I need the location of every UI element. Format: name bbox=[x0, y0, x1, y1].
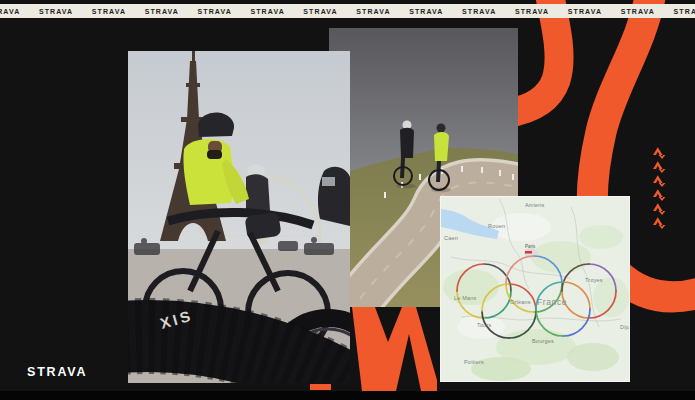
chevron-column bbox=[652, 146, 667, 229]
map-city-label: Bourges bbox=[532, 338, 554, 344]
orange-bar bbox=[310, 384, 331, 390]
strava-chevron-icon bbox=[652, 216, 667, 229]
banner-brand-text: STRAVA bbox=[621, 8, 655, 15]
map-city-label: Le Mans bbox=[454, 295, 477, 301]
strava-logo: STRAVA bbox=[27, 365, 87, 379]
banner-brand-text: STRAVA bbox=[39, 8, 73, 15]
banner-brand-text: STRAVA bbox=[92, 8, 126, 15]
map-city-label: Amiens bbox=[525, 202, 545, 208]
photo-eiffel-cyclist: RACING XIS bbox=[128, 51, 350, 383]
strava-chevron-icon bbox=[652, 146, 667, 159]
map-paris-label: Paris bbox=[525, 244, 535, 249]
banner-brand-text: STRAVA bbox=[515, 8, 549, 15]
france-route-map: Paris France AmiensRouenCaenTroyesLe Man… bbox=[440, 196, 630, 382]
strava-chevron-icon bbox=[652, 188, 667, 201]
zigzag-shape bbox=[352, 307, 437, 391]
map-city-label: Poitiers bbox=[464, 359, 484, 365]
map-city-label: Rouen bbox=[488, 223, 505, 229]
strava-chevron-icon bbox=[652, 202, 667, 215]
banner-brand-text: STRAVA bbox=[303, 8, 337, 15]
camera-operator bbox=[318, 167, 350, 226]
map-country-label: France bbox=[537, 297, 567, 307]
map-city-label: Troyes bbox=[585, 277, 603, 283]
map-city-label: Orléans bbox=[510, 299, 531, 305]
map-city-label: Dijon bbox=[620, 324, 630, 330]
banner-brand-text: STRAVA bbox=[674, 8, 695, 15]
banner-brand-text: STRAVA bbox=[568, 8, 602, 15]
map-city-label: Tours bbox=[477, 322, 491, 328]
strava-hero-page: STRAVASTRAVASTRAVASTRAVASTRAVASTRAVASTRA… bbox=[0, 0, 695, 400]
banner-brand-text: STRAVA bbox=[356, 8, 390, 15]
map-city-labels: Paris France AmiensRouenCaenTroyesLe Man… bbox=[441, 197, 629, 381]
banner-brand-text: STRAVA bbox=[198, 8, 232, 15]
banner-brand-text: STRAVA bbox=[409, 8, 443, 15]
strava-chevron-icon bbox=[652, 160, 667, 173]
banner-strip: STRAVASTRAVASTRAVASTRAVASTRAVASTRAVASTRA… bbox=[0, 4, 695, 18]
bottom-strip bbox=[0, 391, 695, 400]
map-city-label: Caen bbox=[444, 235, 458, 241]
banner-brand-text: STRAVA bbox=[462, 8, 496, 15]
banner-brand-text: STRAVA bbox=[145, 8, 179, 15]
banner-brand-text: STRAVA bbox=[0, 8, 20, 15]
strava-chevron-icon bbox=[652, 174, 667, 187]
banner-brand-text: STRAVA bbox=[250, 8, 284, 15]
